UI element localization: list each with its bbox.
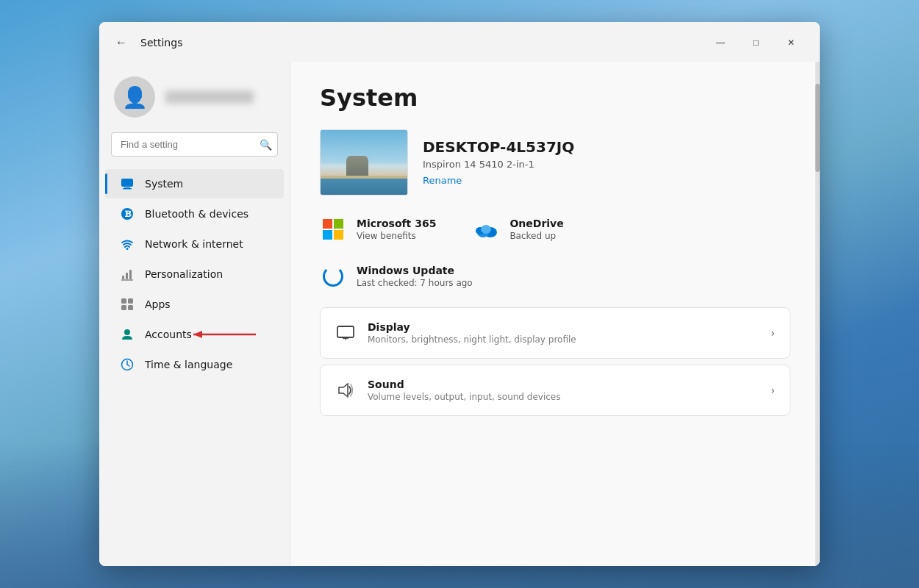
search-icon: 🔍 — [260, 139, 272, 151]
nav-items: System 𝔹 Bluetooth & devices — [99, 168, 290, 554]
winupdate-title: Windows Update — [357, 265, 473, 276]
display-title: Display — [368, 321, 759, 333]
sidebar-item-network[interactable]: Network & internet — [105, 229, 284, 259]
user-profile[interactable]: 👤 — [99, 62, 290, 129]
accounts-icon — [120, 327, 135, 342]
maximize-button[interactable]: □ — [739, 31, 773, 54]
accounts-arrow-annotation — [193, 327, 267, 342]
svg-rect-10 — [121, 298, 126, 304]
sidebar-item-bluetooth[interactable]: 𝔹 Bluetooth & devices — [105, 199, 284, 229]
info-card-onedrive[interactable]: OneDrive Backed up — [473, 216, 563, 243]
sidebar-item-label-accounts: Accounts — [145, 329, 192, 340]
content-area: System DESKTOP-4L537JQ Inspiron 14 5410 … — [290, 62, 820, 566]
svg-point-14 — [124, 329, 130, 335]
winupdate-subtitle: Last checked: 7 hours ago — [357, 278, 473, 288]
sidebar: 👤 🔍 — [99, 62, 290, 566]
svg-rect-13 — [128, 305, 133, 310]
sidebar-item-label-time: Time & language — [145, 359, 232, 370]
sound-title: Sound — [368, 379, 759, 390]
title-bar-left: ← Settings — [111, 32, 182, 53]
sidebar-item-time[interactable]: Time & language — [105, 350, 284, 379]
svg-marker-27 — [339, 384, 348, 397]
windows-update-row[interactable]: Windows Update Last checked: 7 hours ago — [320, 263, 790, 290]
scrollbar-thumb[interactable] — [815, 84, 820, 172]
display-subtitle: Monitors, brightness, night light, displ… — [368, 334, 759, 345]
sidebar-item-label-personalization: Personalization — [145, 268, 223, 280]
info-card-microsoft365[interactable]: Microsoft 365 View benefits — [320, 216, 436, 243]
device-card: DESKTOP-4L537JQ Inspiron 14 5410 2-in-1 … — [320, 129, 790, 196]
chevron-right-icon-sound: › — [770, 384, 775, 396]
svg-rect-2 — [123, 188, 132, 190]
back-button[interactable]: ← — [111, 32, 132, 53]
settings-window: ← Settings — □ ✕ 👤 🔍 — [99, 22, 820, 566]
main-area: 👤 🔍 — [99, 62, 820, 566]
display-text: Display Monitors, brightness, night ligh… — [368, 321, 759, 345]
svg-rect-12 — [121, 305, 126, 310]
microsoft365-subtitle: View benefits — [357, 231, 436, 241]
setting-row-display[interactable]: Display Monitors, brightness, night ligh… — [320, 307, 790, 359]
network-icon — [120, 237, 135, 251]
info-card-winupdate[interactable]: Windows Update Last checked: 7 hours ago — [320, 263, 473, 290]
svg-rect-0 — [121, 179, 133, 187]
sidebar-item-system[interactable]: System — [105, 169, 284, 198]
microsoft365-icon — [320, 216, 346, 243]
minimize-button[interactable]: — — [704, 31, 737, 54]
sidebar-item-personalization[interactable]: Personalization — [105, 259, 284, 289]
search-box: 🔍 — [111, 132, 278, 157]
onedrive-subtitle: Backed up — [509, 231, 563, 241]
display-icon — [335, 323, 356, 343]
sidebar-item-accounts[interactable]: Accounts — [105, 320, 284, 349]
window-title: Settings — [140, 37, 182, 49]
device-name: DESKTOP-4L537JQ — [423, 138, 574, 156]
svg-text:𝔹: 𝔹 — [125, 209, 132, 218]
apps-icon — [120, 297, 135, 312]
onedrive-info: OneDrive Backed up — [509, 218, 563, 241]
onedrive-title: OneDrive — [509, 218, 563, 229]
svg-rect-24 — [337, 326, 354, 337]
rename-link[interactable]: Rename — [423, 175, 462, 186]
sidebar-item-label-bluetooth: Bluetooth & devices — [145, 208, 248, 220]
avatar: 👤 — [114, 76, 155, 118]
sidebar-item-label-apps: Apps — [145, 298, 171, 310]
sidebar-item-label-system: System — [145, 178, 183, 190]
info-cards-row: Microsoft 365 View benefits — [320, 216, 790, 243]
svg-line-19 — [127, 365, 129, 366]
close-button[interactable]: ✕ — [774, 31, 808, 54]
svg-marker-16 — [193, 331, 202, 338]
svg-rect-6 — [122, 276, 124, 279]
svg-point-23 — [481, 225, 491, 234]
svg-point-5 — [126, 248, 129, 250]
title-bar: ← Settings — □ ✕ — [99, 22, 820, 62]
svg-rect-7 — [126, 273, 128, 279]
sidebar-item-apps[interactable]: Apps — [105, 290, 284, 319]
microsoft365-info: Microsoft 365 View benefits — [357, 218, 436, 241]
system-icon — [120, 176, 135, 191]
microsoft365-title: Microsoft 365 — [357, 218, 436, 229]
person-icon: 👤 — [122, 85, 148, 110]
search-input[interactable] — [111, 132, 278, 157]
winupdate-info: Windows Update Last checked: 7 hours ago — [357, 265, 473, 288]
time-icon — [120, 357, 135, 372]
device-thumbnail — [320, 129, 408, 196]
onedrive-icon — [473, 216, 499, 243]
windows-update-icon — [320, 263, 346, 290]
search-icon-button[interactable]: 🔍 — [260, 139, 272, 151]
bluetooth-icon: 𝔹 — [120, 207, 135, 221]
window-controls: — □ ✕ — [704, 31, 808, 54]
device-info: DESKTOP-4L537JQ Inspiron 14 5410 2-in-1 … — [423, 138, 574, 187]
chevron-right-icon: › — [770, 327, 775, 339]
sound-text: Sound Volume levels, output, input, soun… — [368, 379, 759, 402]
svg-rect-11 — [128, 298, 133, 304]
scrollbar-track[interactable] — [815, 62, 820, 566]
sound-icon — [335, 380, 356, 401]
sidebar-item-label-network: Network & internet — [145, 238, 243, 250]
personalization-icon — [120, 267, 135, 282]
device-model: Inspiron 14 5410 2-in-1 — [423, 159, 574, 170]
username-display — [165, 90, 254, 104]
sound-subtitle: Volume levels, output, input, sound devi… — [368, 392, 759, 402]
svg-rect-8 — [129, 270, 132, 279]
setting-row-sound[interactable]: Sound Volume levels, output, input, soun… — [320, 365, 790, 416]
page-title: System — [320, 84, 790, 112]
